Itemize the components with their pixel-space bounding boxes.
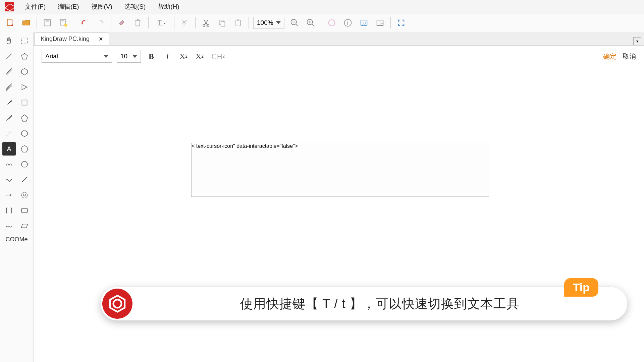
text-input-area[interactable]: < text-cursor-icon" data-interactable="f… (192, 143, 489, 197)
zoom-in-button[interactable] (304, 16, 318, 30)
svg-marker-27 (21, 68, 27, 75)
svg-rect-40 (21, 209, 27, 213)
save-as-button[interactable] (56, 16, 70, 30)
eraser-button[interactable] (115, 16, 129, 30)
cancel-button[interactable]: 取消 (623, 52, 636, 61)
svg-rect-15 (236, 20, 240, 26)
toolbar-separator (148, 17, 149, 28)
workspace: A COOMe KingDraw PC.king × (0, 32, 644, 362)
octagon-tool[interactable] (18, 158, 31, 171)
wave-tool[interactable] (2, 173, 16, 186)
toolbar-separator (390, 17, 391, 28)
arrow-tool[interactable] (2, 188, 16, 202)
file-tab-label: KingDraw PC.king (41, 36, 90, 43)
rectangle-tool[interactable] (18, 204, 31, 217)
toolbar-separator (195, 17, 196, 28)
chevron-down-icon (276, 21, 281, 24)
italic-button[interactable]: I (162, 51, 173, 62)
fullscreen-button[interactable] (394, 16, 408, 30)
text-tool[interactable]: A (2, 142, 16, 156)
info-button[interactable]: i (341, 16, 355, 30)
tab-dropdown-button[interactable]: ▾ (633, 37, 641, 45)
benzene-tool[interactable] (18, 65, 31, 78)
subscript-button[interactable]: X2 (194, 51, 205, 62)
svg-point-19 (328, 19, 335, 26)
svg-marker-35 (21, 145, 28, 152)
open-file-button[interactable] (19, 16, 33, 30)
align-button[interactable] (152, 16, 171, 30)
canvas-area: KingDraw PC.king × ▾ < text-cursor-icon"… (34, 32, 644, 362)
tip-badge: Tip (564, 278, 598, 297)
formula-button[interactable]: CH2 (210, 51, 226, 62)
font-size-select[interactable]: 10 (117, 50, 141, 63)
zoom-value: 100% (257, 19, 273, 26)
delete-button[interactable] (131, 16, 145, 30)
square-tool[interactable] (18, 96, 31, 109)
svg-rect-5 (61, 19, 64, 21)
svg-marker-32 (21, 115, 28, 121)
chevron-down-icon (104, 55, 108, 58)
zoom-out-button[interactable] (287, 16, 302, 30)
bold-button[interactable]: B (146, 51, 157, 62)
chevron-down-icon (132, 55, 137, 58)
svg-point-43 (113, 300, 121, 308)
double-bond-tool[interactable] (2, 65, 16, 78)
cyclopentane-tool[interactable] (18, 50, 31, 63)
save-button[interactable] (40, 16, 54, 30)
superscript-button[interactable]: X2 (178, 51, 189, 62)
menu-edit[interactable]: 编辑(E) (52, 0, 85, 13)
svg-rect-9 (160, 20, 162, 25)
zoom-level-select[interactable]: 100% (253, 17, 284, 29)
hand-tool[interactable] (2, 34, 16, 48)
svg-marker-31 (6, 115, 11, 120)
svg-rect-3 (46, 19, 49, 21)
svg-marker-36 (21, 161, 27, 167)
svg-marker-42 (110, 296, 125, 312)
menu-options[interactable]: 选项(S) (118, 0, 152, 13)
triangle-tool[interactable] (18, 80, 31, 94)
copy-button[interactable] (215, 16, 229, 30)
heptagon-tool[interactable] (18, 142, 31, 156)
toolbar-separator (37, 17, 37, 28)
hexagon-tool[interactable] (18, 127, 31, 140)
menu-help[interactable]: 帮助(H) (152, 0, 185, 13)
3d-view-button[interactable]: 3D (357, 16, 371, 30)
close-tab-icon[interactable]: × (99, 35, 103, 43)
svg-text:i: i (347, 20, 348, 25)
svg-rect-30 (22, 100, 27, 105)
parallelogram-tool[interactable] (18, 219, 31, 233)
svg-point-24 (381, 23, 383, 25)
hash-bond-tool[interactable] (2, 111, 16, 125)
library-button[interactable] (373, 16, 387, 30)
file-tab[interactable]: KingDraw PC.king × (34, 33, 109, 45)
svg-text:3D: 3D (362, 21, 366, 25)
new-file-button[interactable]: + (3, 16, 17, 30)
svg-text:+: + (12, 18, 14, 22)
menu-file[interactable]: 文件(F) (19, 0, 52, 13)
confirm-button[interactable]: 确定 (603, 52, 616, 61)
single-bond-tool[interactable] (2, 50, 16, 63)
font-family-select[interactable]: Arial (42, 50, 112, 63)
triple-bond-tool[interactable] (2, 80, 16, 94)
svg-rect-25 (21, 38, 27, 44)
dashed-bond-tool[interactable] (2, 127, 16, 140)
undo-button[interactable] (77, 16, 92, 30)
marquee-tool[interactable] (18, 34, 31, 48)
paste-button[interactable] (231, 16, 245, 30)
bracket-tool[interactable] (2, 204, 16, 217)
svg-marker-26 (21, 53, 27, 59)
wedge-bond-tool[interactable] (2, 96, 16, 109)
cut-button[interactable] (199, 16, 213, 30)
clean-structure-button[interactable] (178, 16, 192, 30)
line-tool[interactable] (18, 173, 31, 186)
menu-view[interactable]: 视图(V) (85, 0, 118, 13)
coome-label[interactable]: COOMe (5, 236, 28, 243)
redo-button[interactable] (94, 16, 108, 30)
tip-logo-icon (102, 289, 132, 319)
curve-bracket-tool[interactable] (2, 219, 16, 233)
color-ring-button[interactable] (325, 16, 339, 30)
svg-marker-28 (22, 84, 27, 89)
pentagon-tool[interactable] (18, 111, 31, 125)
curve-tool[interactable] (2, 158, 16, 171)
radical-tool[interactable] (18, 188, 31, 202)
